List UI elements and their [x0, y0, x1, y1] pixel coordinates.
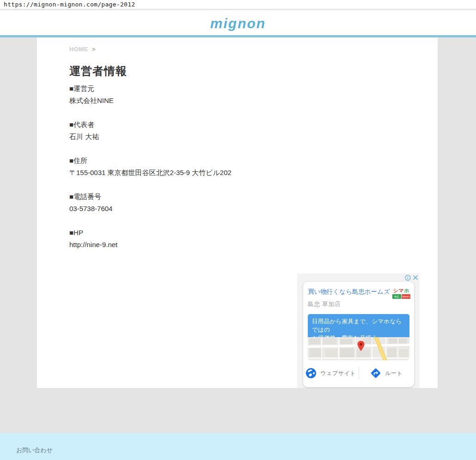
- ad-choices-row: [405, 274, 418, 281]
- section-value: 〒155-0031 東京都世田谷区北沢2-35-9 大竹ビル202: [69, 168, 438, 177]
- ad-media-block[interactable]: 日用品から家具まで、シマホならではの お得価格・豊富な品揃え。: [308, 314, 409, 360]
- shimaho-logo-text: シマホ: [392, 288, 410, 293]
- logo-badges: 島忠 Home's: [392, 294, 410, 299]
- ad-headline-link[interactable]: 買い物行くなら島忠ホームズ: [308, 288, 392, 299]
- section-label: ■HP: [69, 228, 438, 237]
- shimachu-badge: 島忠: [392, 294, 401, 299]
- section-label: ■代表者: [69, 120, 438, 129]
- page-url: https://mignon-mignon.com/page-2012: [4, 1, 135, 8]
- breadcrumb-home-link[interactable]: HOME: [69, 46, 88, 53]
- directions-icon: [370, 368, 381, 379]
- page-background: HOME > 運営者情報 ■運営元 株式会社NINE ■代表者 石川 大祐 ■住…: [0, 37, 476, 433]
- website-button-label: ウェブサイト: [320, 369, 356, 377]
- breadcrumb-separator: >: [92, 46, 96, 53]
- site-header: mignon: [0, 12, 476, 35]
- map-thumbnail[interactable]: [308, 337, 409, 360]
- section-value: http://nine-9.net: [69, 240, 438, 249]
- ad-header-row: 買い物行くなら島忠ホームズ シマホ 島忠 Home's: [308, 288, 410, 299]
- ad-close-icon[interactable]: [413, 275, 418, 280]
- globe-icon: [305, 368, 317, 379]
- section-value: 石川 大祐: [69, 132, 438, 141]
- ad-card: 買い物行くなら島忠ホームズ シマホ 島忠 Home's 島忠 草加店: [303, 282, 414, 387]
- ad-banner-line1: 日用品から家具まで、シマホならではの: [312, 317, 405, 334]
- ad-info-icon[interactable]: [405, 275, 411, 281]
- section-label: ■住所: [69, 156, 438, 165]
- google-ad-unit: 買い物行くなら島忠ホームズ シマホ 島忠 Home's 島忠 草加店: [297, 273, 420, 388]
- section-label: ■電話番号: [69, 192, 438, 201]
- page-title: 運営者情報: [69, 63, 438, 79]
- advertiser-logo: シマホ 島忠 Home's: [392, 288, 410, 299]
- route-button-label: ルート: [385, 369, 403, 377]
- ad-description-banner[interactable]: 日用品から家具まで、シマホならではの お得価格・豊富な品揃え。: [308, 314, 409, 337]
- logo-char: マ: [398, 288, 404, 293]
- logo-char: ホ: [404, 288, 409, 293]
- website-button[interactable]: ウェブサイト: [303, 364, 359, 382]
- main-content: HOME > 運営者情報 ■運営元 株式会社NINE ■代表者 石川 大祐 ■住…: [37, 37, 438, 388]
- route-button[interactable]: ルート: [359, 364, 415, 382]
- homes-badge: Home's: [402, 294, 410, 299]
- section-label: ■運営元: [69, 84, 438, 93]
- ad-action-bar: ウェブサイト ルート: [303, 364, 414, 382]
- section-value: 03-5738-7604: [69, 204, 438, 213]
- page-footer: お問い合わせ: [0, 433, 476, 460]
- ad-store-name: 島忠 草加店: [308, 300, 341, 309]
- logo-char: シ: [393, 288, 399, 293]
- section-value: 株式会社NINE: [69, 96, 438, 105]
- browser-url-bar[interactable]: https://mignon-mignon.com/page-2012: [0, 0, 476, 10]
- contact-link[interactable]: お問い合わせ: [16, 446, 53, 454]
- breadcrumb: HOME >: [69, 46, 438, 54]
- site-logo[interactable]: mignon: [210, 16, 266, 31]
- operator-info-sections: ■運営元 株式会社NINE ■代表者 石川 大祐 ■住所 〒155-0031 東…: [69, 84, 438, 249]
